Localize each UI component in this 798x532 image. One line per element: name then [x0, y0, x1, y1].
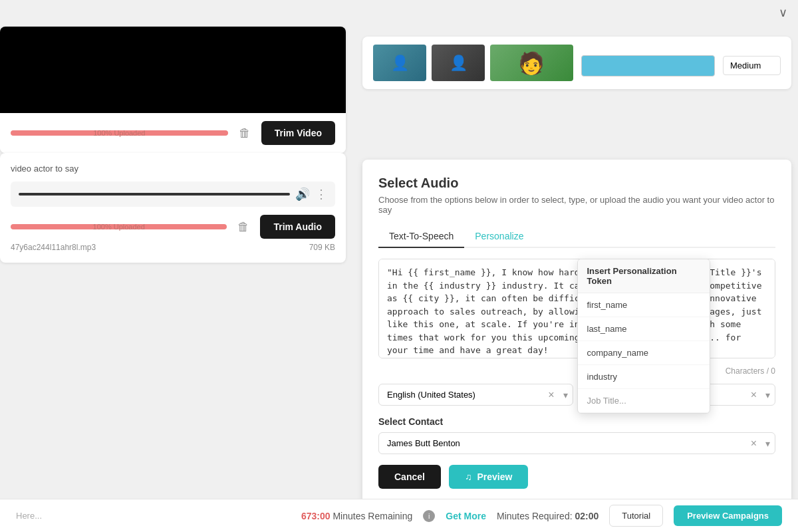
audio-tabs: Text-To-Speech Personalize: [378, 225, 775, 248]
audio-filesize: 709 KB: [309, 243, 335, 252]
collapse-icon[interactable]: ∨: [779, 5, 787, 20]
thumbnail-2[interactable]: 👤: [432, 45, 485, 81]
language-select-wrapper: English (United States) × ▾: [378, 384, 573, 406]
select-audio-desc: Choose from the options below in order t…: [378, 195, 775, 215]
thumbnail-3[interactable]: 🧑: [490, 45, 573, 81]
select-audio-panel: Select Audio Choose from the options bel…: [362, 160, 791, 505]
token-job-title[interactable]: Job Title...: [578, 389, 710, 413]
thumbnails-panel: 👤 👤 🧑 Medium Low High: [362, 37, 791, 89]
minutes-required: Minutes Required: 02:00: [497, 511, 598, 521]
audio-upload-row: 100% Uploaded 🗑 Trim Audio: [11, 215, 335, 239]
tab-tts[interactable]: Text-To-Speech: [378, 225, 464, 248]
get-more-link[interactable]: Get More: [446, 511, 486, 521]
info-icon[interactable]: i: [423, 510, 435, 522]
minutes-remaining-value: 673:00: [301, 511, 331, 521]
token-last-name[interactable]: last_name: [578, 317, 710, 341]
preview-button[interactable]: ♫ Preview: [449, 465, 528, 489]
dropdown-header: Insert Personalization Token: [578, 259, 710, 293]
contact-select[interactable]: James Butt Benton: [378, 432, 775, 454]
video-upload-row: 100% Uploaded 🗑 Trim Video: [0, 113, 346, 153]
select-contact-section: Select Contact James Butt Benton × ▾: [378, 416, 775, 454]
audio-volume-icon[interactable]: 🔊: [295, 187, 310, 201]
music-icon: ♫: [465, 471, 472, 482]
video-preview: [0, 27, 346, 113]
token-company-name[interactable]: company_name: [578, 341, 710, 365]
audio-player: 🔊 ⋮: [11, 182, 335, 207]
script-row: "Hi {{ first_name }}, I know how hard sa…: [378, 259, 775, 358]
contact-clear-icon[interactable]: ×: [751, 438, 757, 450]
video-panel: 100% Uploaded 🗑 Trim Video: [0, 27, 346, 153]
minutes-remaining: 673:00 Minutes Remaining: [301, 511, 412, 521]
video-upload-label: 100% Uploaded: [11, 129, 228, 137]
audio-menu-icon[interactable]: ⋮: [315, 187, 327, 201]
select-audio-title: Select Audio: [378, 176, 775, 191]
preview-campaigns-button[interactable]: Preview Campaigns: [674, 505, 782, 526]
voice-clear-icon[interactable]: ×: [751, 389, 757, 401]
audio-filename: 47y6ac244l11ahr8l.mp3: [11, 243, 96, 252]
trim-audio-button[interactable]: Trim Audio: [260, 215, 335, 239]
personalization-dropdown: Insert Personalization Token first_name …: [577, 259, 710, 414]
language-arrow-icon: ▾: [563, 390, 568, 400]
thumbnail-1[interactable]: 👤: [373, 45, 426, 81]
language-clear-icon[interactable]: ×: [548, 389, 554, 401]
select-contact-label: Select Contact: [378, 416, 775, 427]
audio-panel-label: video actor to say: [11, 164, 335, 174]
audio-file-info: 47y6ac244l11ahr8l.mp3 709 KB: [11, 243, 335, 252]
contact-select-wrapper: James Butt Benton × ▾: [378, 432, 775, 454]
voice-arrow-icon: ▾: [765, 390, 770, 400]
audio-delete-button[interactable]: 🗑: [235, 217, 252, 237]
token-first-name[interactable]: first_name: [578, 293, 710, 317]
tutorial-button[interactable]: Tutorial: [609, 505, 663, 527]
top-controls: Medium Low High: [581, 55, 781, 76]
trim-video-button[interactable]: Trim Video: [261, 121, 335, 145]
token-industry[interactable]: industry: [578, 365, 710, 389]
actions-row: Cancel ♫ Preview: [378, 465, 775, 489]
language-select[interactable]: English (United States): [378, 384, 573, 406]
audio-upload-label: 100% Uploaded: [11, 223, 227, 231]
color-bar[interactable]: [581, 55, 716, 76]
quality-select[interactable]: Medium Low High: [723, 56, 781, 75]
video-delete-button[interactable]: 🗑: [236, 124, 253, 143]
cancel-button[interactable]: Cancel: [378, 465, 441, 489]
minutes-remaining-label: Minutes Remaining: [332, 511, 412, 521]
audio-progress-wrapper: 100% Uploaded: [11, 224, 227, 229]
tab-personalize[interactable]: Personalize: [464, 225, 534, 248]
bottom-left-text: Here...: [16, 511, 42, 521]
audio-panel: video actor to say 🔊 ⋮ 100% Uploaded 🗑 T…: [0, 153, 346, 263]
bottom-bar: Here... 673:00 Minutes Remaining i Get M…: [0, 499, 798, 532]
contact-arrow-icon: ▾: [765, 438, 770, 449]
audio-progress-bar: [19, 193, 290, 196]
video-progress-wrapper: 100% Uploaded: [11, 130, 228, 136]
